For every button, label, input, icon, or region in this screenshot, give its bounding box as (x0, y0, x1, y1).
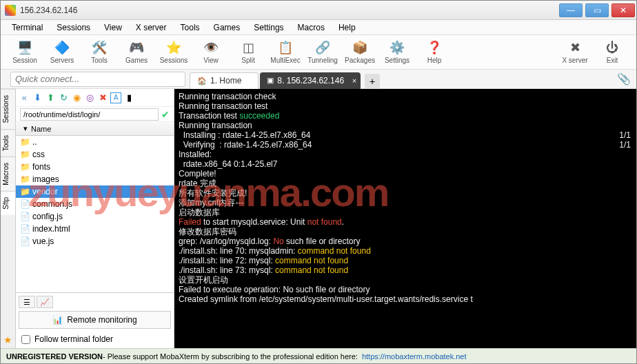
follow-checkbox-input[interactable] (21, 335, 30, 344)
parent-dir-icon[interactable]: ◉ (71, 92, 82, 103)
terminal-line: Created symlink from /etc/systemd/system… (179, 294, 632, 304)
menu-sessions[interactable]: Sessions (50, 21, 97, 34)
titlebar: 156.234.62.146 — ▭ ✕ (1, 1, 636, 20)
status-link[interactable]: https://mobaxterm.mobatek.net (362, 352, 467, 361)
terminal-line: Failed to execute operation: No such fil… (179, 285, 632, 294)
file-icon: 📁 (20, 137, 32, 147)
collapse-sidebar-icon[interactable]: « (19, 92, 30, 103)
menu-help[interactable]: Help (332, 21, 363, 34)
minimize-button[interactable]: — (559, 3, 583, 17)
terminal-line: 所有软件安装完成! (179, 188, 632, 198)
follow-terminal-checkbox[interactable]: Follow terminal folder (19, 333, 171, 345)
quick-connect-input[interactable] (10, 72, 185, 87)
file-row[interactable]: 📄common.js (16, 198, 174, 210)
menu-tools[interactable]: Tools (174, 21, 207, 34)
favorite-icon[interactable]: ★ (1, 332, 15, 348)
file-icon: 📄 (20, 212, 32, 221)
toolbar-games[interactable]: 🎮Games (118, 40, 155, 64)
sidetab-sessions[interactable]: Sessions (1, 89, 15, 129)
terminal-line: ./install.sh: line 73: mysql: command no… (179, 265, 632, 275)
toolbar: 🖥️Session🔷Servers🛠️Tools🎮Games⭐Sessions👁… (1, 35, 636, 70)
settings-icon: ⚙️ (390, 40, 405, 55)
terminal-line: Verifying : rdate-1.4-25.el7.x86_641/1 (179, 140, 632, 150)
file-list: 📁..📁css📁fonts📁images📁vendor📄common.js📄co… (16, 136, 174, 292)
exit-icon: ⏻ (606, 41, 618, 55)
file-row[interactable]: 📄vue.js (16, 235, 174, 247)
file-icon: 📄 (20, 236, 32, 246)
menu-macros[interactable]: Macros (291, 21, 332, 34)
menu-terminal[interactable]: Terminal (5, 21, 50, 34)
upload-icon[interactable]: ⬆ (45, 92, 56, 103)
file-row[interactable]: 📁.. (16, 136, 174, 148)
toolbar-split[interactable]: ◫Split (230, 40, 267, 64)
status-version: UNREGISTERED VERSION (6, 352, 103, 361)
path-input[interactable] (20, 108, 159, 121)
toolbar-tunneling[interactable]: 🔗Tunneling (304, 40, 341, 64)
terminal-line: Running transaction test (179, 101, 632, 111)
remote-monitoring-button[interactable]: 📊 Remote monitoring (19, 311, 171, 329)
file-row[interactable]: 📁css (16, 148, 174, 161)
toolbar-exit[interactable]: ⏻Exit (594, 41, 631, 64)
refresh-icon[interactable]: ↻ (58, 92, 69, 103)
tab-close-icon[interactable]: × (352, 77, 356, 85)
view-icon: 👁️ (203, 40, 219, 55)
file-icon: 📁 (20, 150, 32, 159)
terminal-line: Installing : rdate-1.4-25.el7.x86_641/1 (179, 130, 632, 140)
attachment-icon[interactable]: 📎 (617, 72, 631, 85)
tree-view-icon[interactable]: ☰ (19, 296, 35, 308)
graph-view-icon[interactable]: 📈 (37, 296, 53, 308)
close-button[interactable]: ✕ (611, 3, 635, 17)
toolbar-multiexec[interactable]: 📋MultiExec (267, 40, 304, 64)
file-list-header[interactable]: ▾ Name (16, 122, 174, 136)
file-row[interactable]: 📁vendor (16, 185, 174, 198)
download-icon[interactable]: ⬇ (32, 92, 43, 103)
tab-home[interactable]: 🏠1. Home (190, 72, 259, 89)
file-row[interactable]: 📁fonts (16, 161, 174, 173)
file-row[interactable]: 📄index.html (16, 223, 174, 235)
toolbar-servers[interactable]: 🔷Servers (43, 40, 81, 64)
status-bar: UNREGISTERED VERSION - Please support Mo… (1, 348, 636, 363)
terminal-line: grep: /var/log/mysqld.log: No such file … (179, 236, 632, 246)
terminal-output[interactable]: Running transaction checkRunning transac… (174, 89, 636, 348)
file-row[interactable]: 📁images (16, 173, 174, 185)
file-row[interactable]: 📄config.js (16, 210, 174, 223)
toolbar-sessions[interactable]: ⭐Sessions (155, 40, 192, 64)
sidetab-tools[interactable]: Tools (1, 129, 15, 156)
toolbar-tools[interactable]: 🛠️Tools (81, 40, 118, 64)
terminal-line: 设置开机启动 (179, 275, 632, 285)
connect-bar: 🏠1. Home ▣8. 156.234.62.146× + 📎 (1, 70, 636, 89)
terminal-line: Running transaction check (179, 92, 632, 101)
sidetab-sftp[interactable]: Sftp (1, 191, 15, 215)
delete-icon[interactable]: ✖ (97, 92, 108, 103)
menu-games[interactable]: Games (207, 21, 247, 34)
toggle-icon[interactable]: ▮ (123, 92, 134, 103)
toolbar-x server[interactable]: ✖X server (556, 40, 594, 64)
tab-active-session[interactable]: ▣8. 156.234.62.146× (260, 72, 361, 89)
monitor-icon: 📊 (52, 315, 63, 325)
menu-view[interactable]: View (97, 21, 129, 34)
status-text: - Please support MobaXterm by subscribin… (103, 352, 358, 361)
tab-add-button[interactable]: + (365, 74, 380, 89)
terminal-line: ./install.sh: line 72: mysql: command no… (179, 256, 632, 265)
packages-icon: 📦 (352, 40, 367, 55)
terminal-line: Running transaction (179, 121, 632, 130)
terminal-icon: ▣ (267, 76, 274, 85)
app-icon (5, 5, 16, 16)
toolbar-session[interactable]: 🖥️Session (6, 40, 43, 64)
toolbar-help[interactable]: ❓Help (416, 40, 453, 64)
new-folder-icon[interactable]: ◎ (84, 92, 95, 103)
menu-settings[interactable]: Settings (247, 21, 290, 34)
toolbar-packages[interactable]: 📦Packages (341, 40, 378, 64)
sessions-icon: ⭐ (166, 40, 181, 55)
terminal-line: Transaction test succeeded (179, 111, 632, 121)
file-icon: 📁 (20, 162, 32, 172)
toolbar-settings[interactable]: ⚙️Settings (378, 40, 416, 64)
sidetab-macros[interactable]: Macros (1, 156, 15, 191)
multiexec-icon: 📋 (278, 40, 293, 55)
file-icon: 📁 (20, 174, 32, 184)
menu-x-server[interactable]: X server (129, 21, 174, 34)
toolbar-view[interactable]: 👁️View (192, 40, 230, 64)
properties-icon[interactable]: A (110, 92, 121, 103)
sftp-sidebar: « ⬇ ⬆ ↻ ◉ ◎ ✖ A ▮ ✔ ▾ Name 📁..📁css📁fonts… (16, 89, 174, 348)
maximize-button[interactable]: ▭ (585, 3, 609, 17)
